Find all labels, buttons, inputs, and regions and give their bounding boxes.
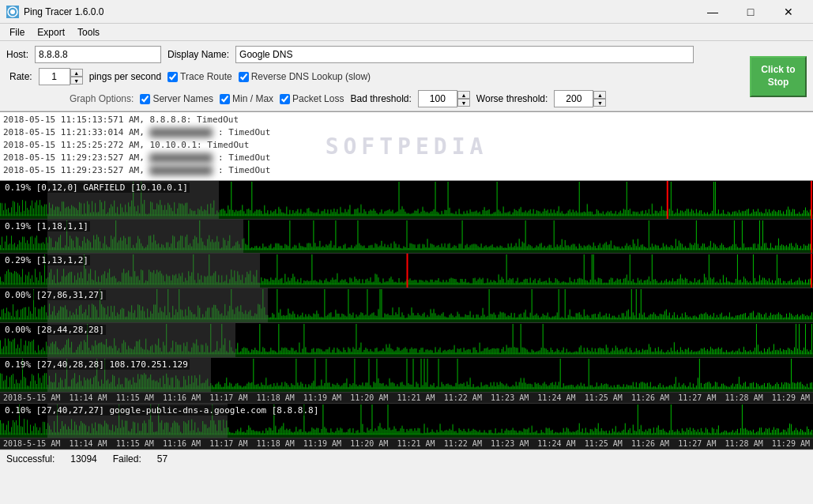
chart-row-3: 0.29% [1,13,1,2] [0, 254, 813, 288]
chart-2-canvas [0, 220, 813, 254]
pings-per-second-label: pings per second [89, 71, 161, 82]
charts-area: 0.19% [0,12,0] GARFIELD [10.10.0.1] 0.19… [0, 181, 813, 449]
chart-4-label: 0.00% [27,86,31,27] [3, 290, 106, 300]
failed-value: 57 [157, 453, 167, 465]
worse-threshold-spin-up[interactable]: ▲ [593, 91, 606, 99]
log-line-1: 2018-05-15 11:15:13:571 AM, 8.8.8.8: Tim… [3, 114, 810, 126]
rate-spin-up[interactable]: ▲ [70, 69, 83, 77]
statusbar: Successful: 13094 Failed: 57 [0, 449, 813, 467]
log-line-5: 2018-05-15 11:29:23:527 AM, : TimedOut [3, 164, 810, 177]
chart-row-6: 0.19% [27,40,28,28] 108.170.251.129 [0, 358, 813, 393]
close-button[interactable]: ✕ [770, 0, 807, 24]
rate-spinner[interactable]: ▲ ▼ [70, 69, 83, 85]
chart-row-last: 0.10% [27,40,27,27] google-public-dns-a.… [0, 404, 813, 438]
maximize-button[interactable]: □ [732, 0, 769, 24]
chart-4-canvas [0, 288, 813, 322]
minimize-button[interactable]: — [694, 0, 731, 24]
display-name-label: Display Name: [167, 49, 229, 60]
chart-1-label: 0.19% [0,12,0] GARFIELD [10.10.0.1] [3, 182, 190, 193]
chart-5-canvas [0, 323, 813, 357]
worse-threshold-spinner[interactable]: ▲ ▼ [593, 91, 606, 107]
menu-tools[interactable]: Tools [71, 25, 106, 39]
reverse-dns-checkbox-label[interactable]: Reverse DNS Lookup (slow) [239, 71, 371, 82]
host-label: Host: [6, 49, 28, 60]
log-line-2: 2018-05-15 11:21:33:014 AM, : TimedOut [3, 126, 810, 139]
server-names-checkbox[interactable] [140, 94, 150, 104]
rate-input[interactable] [39, 68, 70, 85]
bad-threshold-spin-down[interactable]: ▼ [457, 99, 470, 107]
window-controls: — □ ✕ [694, 0, 807, 24]
titlebar: Ping Tracer 1.6.0.0 — □ ✕ [0, 0, 813, 24]
app-icon [6, 6, 19, 18]
app-title: Ping Tracer 1.6.0.0 [24, 6, 694, 17]
packet-loss-checkbox-label[interactable]: Packet Loss [280, 93, 344, 104]
timeline-bottom: 2018-5-15 AM 11:14 AM 11:15 AM 11:16 AM … [0, 438, 813, 449]
bad-threshold-label: Bad threshold: [350, 93, 411, 104]
chart-row-2: 0.19% [1,18,1,1] [0, 220, 813, 254]
menu-export[interactable]: Export [31, 25, 71, 39]
chart-2-label: 0.19% [1,18,1,1] [3, 221, 90, 231]
trace-route-checkbox[interactable] [167, 72, 178, 82]
chart-3-canvas [0, 254, 813, 288]
worse-threshold-spin-down[interactable]: ▼ [593, 99, 606, 107]
log-line-4: 2018-05-15 11:29:23:527 AM, : TimedOut [3, 152, 810, 164]
chart-row-4: 0.00% [27,86,31,27] [0, 288, 813, 323]
worse-threshold-input[interactable] [554, 90, 593, 107]
timeline-top: 2018-5-15 AM 11:14 AM 11:15 AM 11:16 AM … [0, 393, 813, 404]
server-names-checkbox-label[interactable]: Server Names [140, 93, 213, 104]
log-area: SOFTPEDIA 2018-05-15 11:15:13:571 AM, 8.… [0, 111, 813, 181]
rate-label: Rate: [9, 71, 32, 82]
failed-label: Failed: [113, 453, 141, 465]
click-to-stop-button[interactable]: Click toStop [750, 56, 807, 97]
log-line-3: 2018-05-15 11:25:25:272 AM, 10.10.0.1: T… [3, 139, 810, 152]
display-name-input[interactable] [235, 46, 694, 63]
graph-options-label: Graph Options: [70, 93, 134, 104]
chart-row-5: 0.00% [28,44,28,28] [0, 323, 813, 358]
min-max-checkbox[interactable] [220, 94, 230, 104]
chart-last-label: 0.10% [27,40,27,27] google-public-dns-a.… [3, 405, 320, 416]
host-input[interactable] [35, 46, 161, 63]
rate-spin-down[interactable]: ▼ [70, 77, 83, 85]
timeline-top-ticks: 2018-5-15 AM 11:14 AM 11:15 AM 11:16 AM … [3, 393, 810, 402]
bad-threshold-input[interactable] [418, 90, 457, 107]
trace-route-checkbox-label[interactable]: Trace Route [167, 71, 232, 82]
worse-threshold-label: Worse threshold: [476, 93, 548, 104]
chart-row-1: 0.19% [0,12,0] GARFIELD [10.10.0.1] [0, 181, 813, 220]
chart-6-label: 0.19% [27,40,28,28] 108.170.251.129 [3, 359, 190, 370]
min-max-checkbox-label[interactable]: Min / Max [220, 93, 273, 104]
bad-threshold-spinner[interactable]: ▲ ▼ [457, 91, 470, 107]
svg-point-1 [10, 9, 15, 14]
timeline-bottom-ticks: 2018-5-15 AM 11:14 AM 11:15 AM 11:16 AM … [3, 439, 810, 448]
bad-threshold-spin-up[interactable]: ▲ [457, 91, 470, 99]
menubar: File Export Tools [0, 24, 813, 41]
reverse-dns-checkbox[interactable] [239, 72, 249, 82]
chart-5-label: 0.00% [28,44,28,28] [3, 325, 106, 335]
menu-file[interactable]: File [3, 25, 31, 39]
successful-label: Successful: [6, 453, 55, 465]
toolbar: Host: Display Name: Rate: ▲ ▼ pings per … [0, 41, 813, 111]
packet-loss-checkbox[interactable] [280, 94, 290, 104]
chart-3-label: 0.29% [1,13,1,2] [3, 255, 90, 265]
successful-value: 13094 [70, 453, 96, 465]
